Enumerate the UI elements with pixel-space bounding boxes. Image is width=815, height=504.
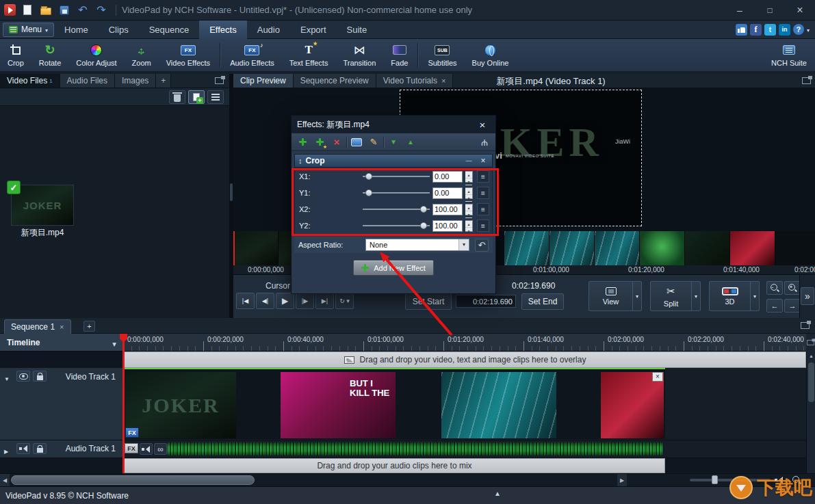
close-dialog-icon[interactable] <box>475 119 490 131</box>
audio-drop-zone[interactable]: Drag and drop your audio clips here to m… <box>124 458 665 473</box>
tab-clip-preview[interactable]: Clip Preview <box>233 74 294 88</box>
close-button[interactable] <box>785 0 815 20</box>
filmstrip-frame[interactable] <box>730 231 775 265</box>
new-project-icon[interactable] <box>21 3 34 17</box>
rotate-button[interactable]: Rotate <box>31 39 68 71</box>
scroll-up-button[interactable]: ▲ <box>807 352 815 361</box>
zoom-slider-handle[interactable] <box>712 475 718 484</box>
zoom-button[interactable]: Zoom <box>125 39 159 71</box>
jump-back-button[interactable] <box>766 299 783 313</box>
tab-clips[interactable]: Clips <box>99 21 139 39</box>
go-to-end-button[interactable] <box>315 293 334 309</box>
vscrollbar-thumb[interactable] <box>808 362 814 402</box>
zoom-in-preview-button[interactable]: + <box>784 281 801 295</box>
scroll-right-button[interactable]: ▶ <box>617 474 627 487</box>
add-effect-icon[interactable] <box>295 135 310 149</box>
tab-home[interactable]: Home <box>54 21 99 39</box>
linkedin-icon[interactable]: in <box>779 24 790 36</box>
remove-clip-button[interactable]: × <box>652 372 663 382</box>
maximize-button[interactable] <box>755 0 785 20</box>
statusbar-expander-icon[interactable]: ▲ <box>494 490 501 497</box>
scrollbar-thumb[interactable] <box>11 475 255 485</box>
tab-suite[interactable]: Suite <box>337 21 378 39</box>
tab-images[interactable]: Images <box>115 74 156 88</box>
tab-audio-files[interactable]: Audio Files <box>60 74 115 88</box>
move-effect-down-icon[interactable] <box>386 135 401 149</box>
collapse-track-icon[interactable] <box>4 373 10 383</box>
next-frame-button[interactable] <box>296 293 314 309</box>
add-favorite-effect-icon[interactable] <box>312 135 327 149</box>
crop-button[interactable]: Crop <box>0 39 31 71</box>
timeline-header[interactable]: Timeline <box>0 334 123 352</box>
overlay-drop-zone[interactable]: Drag and drop your video, text and image… <box>124 352 806 368</box>
edit-effect-icon[interactable] <box>366 135 381 149</box>
zoom-out-preview-button[interactable]: - <box>766 281 783 295</box>
tab-sequence[interactable]: Sequence <box>139 21 200 39</box>
filmstrip-cursor[interactable] <box>233 231 235 265</box>
filmstrip-frame[interactable] <box>595 231 640 265</box>
tab-video-tutorials[interactable]: Video Tutorials <box>376 74 454 88</box>
track-lock-button[interactable] <box>33 371 47 382</box>
close-sequence-icon[interactable] <box>60 322 64 332</box>
detach-timeline-icon[interactable] <box>801 322 810 329</box>
effect-chain-icon[interactable] <box>477 135 492 149</box>
remove-effect-icon[interactable] <box>329 135 344 149</box>
audio-waveform[interactable] <box>168 442 663 455</box>
buy-online-button[interactable]: Buy Online <box>465 39 517 71</box>
split-dropdown[interactable] <box>691 282 700 310</box>
tab-audio[interactable]: Audio <box>247 21 290 39</box>
tab-effects[interactable]: Effects <box>199 21 247 39</box>
subtitles-button[interactable]: SUB Subtitles <box>420 39 464 71</box>
previous-frame-button[interactable] <box>256 293 274 309</box>
track-visibility-button[interactable] <box>16 371 30 382</box>
track-lock-button[interactable] <box>33 443 47 454</box>
jump-forward-button[interactable] <box>784 299 801 313</box>
tab-sequence-preview[interactable]: Sequence Preview <box>294 74 376 88</box>
fade-button[interactable]: Fade <box>383 39 415 71</box>
close-tab-icon[interactable] <box>441 76 445 85</box>
menu-button[interactable]: Menu <box>3 23 54 37</box>
help-chevron-icon[interactable] <box>807 25 810 34</box>
help-icon[interactable]: ? <box>793 24 804 35</box>
preview-frame-icon[interactable] <box>349 135 364 149</box>
go-to-start-button[interactable] <box>236 293 255 309</box>
video-effects-button[interactable]: FX Video Effects <box>159 39 218 71</box>
timeline-dropdown-icon[interactable] <box>112 336 116 349</box>
redo-icon[interactable] <box>94 3 108 17</box>
filmstrip-frame[interactable] <box>549 231 595 265</box>
remove-section-icon[interactable] <box>478 156 489 165</box>
filmstrip-frame[interactable] <box>233 231 279 265</box>
text-effects-button[interactable]: T Text Effects <box>282 39 336 71</box>
clip-mute-button[interactable] <box>140 443 153 455</box>
video-fx-badge[interactable]: FX <box>125 427 139 438</box>
move-effect-up-icon[interactable] <box>403 135 418 149</box>
detach-panel-icon[interactable] <box>215 77 224 84</box>
detach-icon[interactable] <box>807 340 814 345</box>
play-button[interactable] <box>276 293 294 309</box>
minimize-button[interactable] <box>725 0 755 20</box>
tab-sequence-1[interactable]: Sequence 1 <box>4 319 71 334</box>
like-icon[interactable] <box>736 24 747 36</box>
detach-preview-icon[interactable] <box>802 77 811 84</box>
3d-dropdown[interactable] <box>750 282 759 310</box>
facebook-icon[interactable]: f <box>750 24 762 36</box>
effects-dialog-titlebar[interactable]: Effects: 新项目.mp4 <box>292 116 495 133</box>
twitter-icon[interactable]: t <box>764 24 776 36</box>
nch-suite-button[interactable]: NCH Suite <box>764 39 815 71</box>
audio-fx-badge[interactable]: FX <box>125 443 138 453</box>
expand-more-button[interactable] <box>801 287 814 305</box>
filmstrip-frame[interactable] <box>775 231 815 265</box>
scroll-left-button[interactable]: ◀ <box>0 474 10 487</box>
audio-track-lane[interactable]: FX <box>123 440 806 458</box>
color-adjust-button[interactable]: Color Adjust <box>68 39 124 71</box>
transition-button[interactable]: Transition <box>335 39 383 71</box>
video-clip[interactable]: JOKER BUT I KILL THE × FX <box>124 368 665 439</box>
list-view-button[interactable] <box>207 90 224 104</box>
filmstrip-frame[interactable] <box>504 231 549 265</box>
filmstrip-frame[interactable] <box>640 231 685 265</box>
crop-section-header[interactable]: Crop <box>294 154 493 168</box>
open-project-icon[interactable] <box>39 3 53 17</box>
playhead-line[interactable] <box>122 334 125 473</box>
expand-track-icon[interactable] <box>4 446 8 455</box>
reset-crop-icon[interactable] <box>475 239 489 252</box>
